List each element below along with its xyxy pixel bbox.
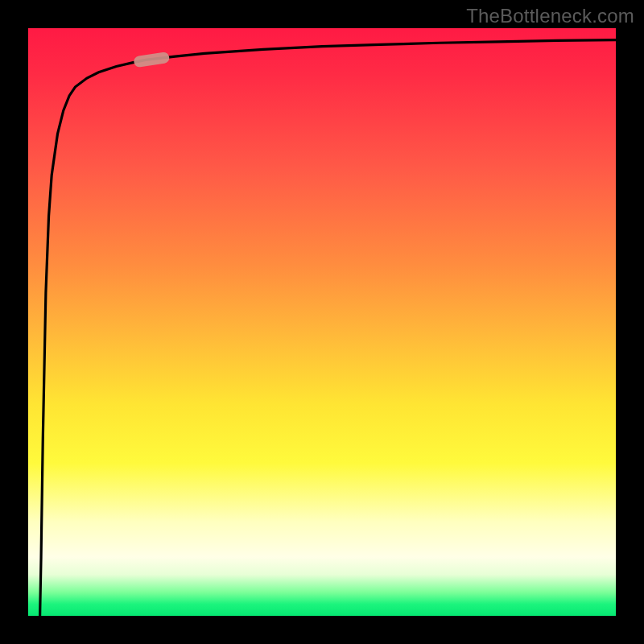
chart-frame: TheBottleneck.com	[0, 0, 644, 644]
bottleneck-curve	[40, 40, 616, 616]
curve-layer	[28, 28, 616, 616]
marker-pill	[133, 52, 170, 68]
watermark-text: TheBottleneck.com	[466, 5, 634, 27]
plot-area	[28, 28, 616, 616]
